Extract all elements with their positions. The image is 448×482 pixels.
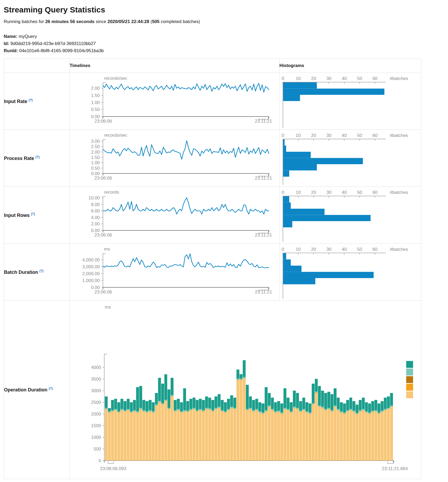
help-icon[interactable]: (?) bbox=[39, 269, 43, 273]
process-rate-timeline-chart: records/sec0.000.501.001.502.002.503.002… bbox=[70, 130, 279, 186]
svg-text:#batches: #batches bbox=[390, 133, 408, 138]
input-rate-timeline-chart: records/sec0.000.501.001.502.0023:06:062… bbox=[70, 73, 279, 130]
svg-text:0.50: 0.50 bbox=[91, 166, 100, 171]
metric-label: Batch Duration bbox=[4, 270, 38, 275]
svg-text:50: 50 bbox=[357, 247, 362, 252]
svg-text:4,000.00: 4,000.00 bbox=[82, 257, 100, 262]
svg-text:1.00: 1.00 bbox=[91, 160, 100, 165]
row-label-process-rate: Process Rate (?) bbox=[4, 130, 70, 187]
help-icon[interactable]: (?) bbox=[29, 98, 33, 102]
svg-text:3,000.00: 3,000.00 bbox=[82, 264, 100, 269]
svg-text:3500: 3500 bbox=[91, 377, 101, 382]
svg-text:40: 40 bbox=[342, 133, 347, 138]
svg-text:3.00: 3.00 bbox=[91, 139, 100, 144]
svg-text:50: 50 bbox=[357, 190, 362, 195]
svg-text:20: 20 bbox=[311, 190, 316, 195]
page-content: Streaming Query Statistics Running batch… bbox=[0, 0, 448, 482]
svg-text:10: 10 bbox=[296, 190, 301, 195]
svg-text:23:11:21.864: 23:11:21.864 bbox=[382, 466, 408, 471]
svg-text:2,000.00: 2,000.00 bbox=[82, 271, 100, 276]
svg-text:50: 50 bbox=[357, 76, 362, 81]
legend-swatch bbox=[406, 391, 413, 398]
input-rows-histogram-chart: 0102030405060#batches bbox=[279, 187, 421, 243]
svg-text:1.00: 1.00 bbox=[91, 100, 100, 105]
summary-text: Running batches for bbox=[4, 19, 45, 24]
svg-text:23:06:06: 23:06:06 bbox=[94, 233, 112, 238]
statistics-table: Timelines Histograms Input Rate (?) reco… bbox=[4, 59, 421, 479]
metric-label: Process Rate bbox=[4, 156, 34, 161]
legend-swatch bbox=[406, 369, 413, 376]
row-label-batch-duration: Batch Duration (?) bbox=[4, 244, 70, 301]
page-title: Streaming Query Statistics bbox=[4, 5, 444, 14]
svg-text:10: 10 bbox=[296, 133, 301, 138]
svg-text:2000: 2000 bbox=[91, 412, 101, 417]
svg-text:#batches: #batches bbox=[390, 247, 408, 252]
svg-text:20: 20 bbox=[311, 133, 316, 138]
svg-text:8.00: 8.00 bbox=[91, 202, 100, 207]
batch-duration-timeline-chart: ms0.001,000.002,000.003,000.004,000.0023… bbox=[70, 244, 279, 300]
svg-text:4.00: 4.00 bbox=[91, 215, 100, 220]
header-histograms: Histograms bbox=[279, 59, 421, 73]
svg-text:60: 60 bbox=[373, 76, 378, 81]
svg-text:30: 30 bbox=[327, 133, 332, 138]
svg-text:6.00: 6.00 bbox=[91, 208, 100, 213]
summary-text: since bbox=[94, 19, 107, 24]
query-id-line: Id: 9d0dd219-995d-423e-b97d-36931110bb27 bbox=[4, 40, 444, 47]
summary-text: ( bbox=[149, 19, 152, 24]
query-runid-line: RunId: 04e101e6-8bf8-4165-9099-9104c951b… bbox=[4, 47, 444, 54]
metric-label: Input Rate bbox=[4, 99, 27, 104]
svg-text:20: 20 bbox=[311, 76, 316, 81]
input-rate-histogram-chart: 0102030405060#batches bbox=[279, 73, 421, 130]
legend-swatch bbox=[406, 361, 413, 368]
row-label-input-rate: Input Rate (?) bbox=[4, 73, 70, 130]
metric-label: Operation Duration bbox=[4, 387, 47, 392]
svg-text:4000: 4000 bbox=[91, 365, 101, 370]
table-row-operation-duration: Operation Duration (?) ms050010001500200… bbox=[4, 301, 421, 479]
summary-text: completed batches) bbox=[160, 19, 200, 24]
svg-text:30: 30 bbox=[327, 76, 332, 81]
start-timestamp: 2020/05/21 22:44:28 bbox=[107, 19, 149, 24]
process-rate-histogram-chart: 0102030405060#batches bbox=[279, 130, 421, 186]
svg-text:0: 0 bbox=[282, 190, 284, 195]
header-timelines: Timelines bbox=[70, 59, 279, 73]
help-icon[interactable]: (?) bbox=[49, 387, 53, 390]
name-value: myQuery bbox=[19, 34, 37, 39]
svg-text:#batches: #batches bbox=[390, 76, 408, 81]
running-duration: 26 minutes 56 seconds bbox=[45, 19, 94, 24]
svg-text:60: 60 bbox=[373, 247, 378, 252]
svg-text:3000: 3000 bbox=[91, 388, 101, 393]
svg-text:23:06:06: 23:06:06 bbox=[94, 119, 112, 124]
svg-text:23:11:21: 23:11:21 bbox=[255, 176, 272, 181]
svg-text:2.00: 2.00 bbox=[91, 221, 100, 226]
svg-text:60: 60 bbox=[373, 133, 378, 138]
runid-label: RunId: bbox=[4, 48, 19, 53]
help-icon[interactable]: (?) bbox=[31, 212, 35, 216]
query-name-line: Name: myQuery bbox=[4, 33, 444, 40]
svg-text:40: 40 bbox=[342, 76, 347, 81]
svg-text:2.50: 2.50 bbox=[91, 144, 100, 149]
help-icon[interactable]: (?) bbox=[35, 155, 39, 159]
input-rows-timeline-chart: records0.002.004.006.008.0010.0023:06:06… bbox=[70, 187, 279, 243]
metric-label: Input Rows bbox=[4, 213, 30, 218]
runid-value: 04e101e6-8bf8-4165-9099-9104c951ba3b bbox=[19, 48, 104, 53]
table-row-input-rate: Input Rate (?) records/sec0.000.501.001.… bbox=[4, 73, 421, 130]
id-label: Id: bbox=[4, 41, 11, 46]
svg-text:23:11:21: 23:11:21 bbox=[255, 289, 272, 294]
svg-text:1.50: 1.50 bbox=[91, 155, 100, 160]
svg-text:10: 10 bbox=[296, 76, 301, 81]
svg-text:#batches: #batches bbox=[390, 190, 408, 195]
query-meta: Name: myQuery Id: 9d0dd219-995d-423e-b97… bbox=[4, 33, 444, 54]
svg-text:500: 500 bbox=[94, 447, 101, 452]
svg-text:0: 0 bbox=[282, 133, 284, 138]
svg-text:50: 50 bbox=[357, 133, 362, 138]
svg-text:0.50: 0.50 bbox=[91, 107, 100, 112]
completed-batches-count: 505 bbox=[152, 19, 159, 24]
operation-duration-chart: ms0500100015002000250030003500400023:06:… bbox=[70, 301, 421, 479]
svg-text:2.00: 2.00 bbox=[91, 150, 100, 155]
name-label: Name: bbox=[4, 34, 19, 39]
row-label-operation-duration: Operation Duration (?) bbox=[4, 301, 70, 479]
svg-text:23:06:06: 23:06:06 bbox=[94, 289, 112, 294]
svg-text:1,000.00: 1,000.00 bbox=[82, 278, 100, 283]
svg-text:0: 0 bbox=[282, 247, 284, 252]
svg-text:23:06:06: 23:06:06 bbox=[94, 176, 112, 181]
